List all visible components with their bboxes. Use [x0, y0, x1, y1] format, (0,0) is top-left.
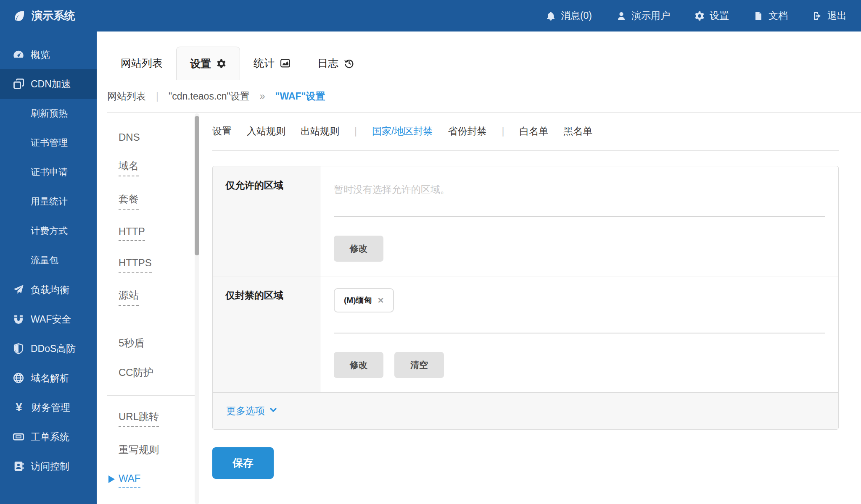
messages-button[interactable]: 消息(0)	[546, 9, 592, 22]
blocked-regions-label: 仅封禁的区域	[213, 276, 320, 392]
settings-button[interactable]: 设置	[695, 9, 729, 22]
blocked-clear-button[interactable]: 清空	[394, 352, 444, 378]
submenu-scrollbar[interactable]	[195, 113, 199, 504]
submenu-item-origin[interactable]: 源站	[119, 289, 198, 306]
chevron-down-icon	[269, 405, 277, 417]
logout-button[interactable]: 退出	[812, 9, 847, 22]
allowed-regions-empty-text: 暂时没有选择允许的区域。	[334, 178, 825, 196]
waf-tab-separator: |	[502, 126, 504, 137]
sidebar-item-access-control[interactable]: 访问控制	[0, 452, 97, 481]
sidebar-item-load-balance[interactable]: 负载均衡	[0, 275, 97, 304]
navbar-menu: 消息(0) 演示用户 设置 文档 退出	[546, 9, 847, 22]
submenu-item-plan[interactable]: 套餐	[119, 192, 198, 210]
submenu-item-5s-shield[interactable]: 5秒盾	[119, 336, 198, 350]
user-menu-button[interactable]: 演示用户	[616, 9, 670, 22]
breadcrumb-separator: »	[260, 91, 265, 102]
area-chart-icon	[280, 58, 291, 68]
breadcrumb-site-settings[interactable]: "cdn.teaos.cn"设置	[169, 90, 250, 103]
submenu-item-dns[interactable]: DNS	[119, 131, 198, 143]
gear-icon	[695, 11, 705, 21]
gear-icon	[217, 59, 226, 68]
sidebar-item-dns[interactable]: 域名解析	[0, 363, 97, 393]
app-brand: 演示系统	[0, 8, 75, 23]
caret-right-icon	[108, 475, 115, 483]
sidebar-item-overview[interactable]: 概览	[0, 40, 97, 69]
magnet-icon	[13, 313, 24, 325]
sidebar-item-traffic-pack[interactable]: 流量包	[0, 246, 97, 275]
sidebar-item-tickets[interactable]: 工单系统	[0, 422, 97, 452]
allowed-regions-label: 仅允许的区域	[213, 166, 320, 276]
brand-label: 演示系统	[32, 8, 75, 23]
submenu-item-url-redirect[interactable]: URL跳转	[119, 410, 198, 427]
breadcrumb: 网站列表 | "cdn.teaos.cn"设置 » "WAF"设置	[107, 80, 861, 113]
blocked-modify-button[interactable]: 修改	[334, 352, 383, 378]
waf-tabbar: 设置 入站规则 出站规则 | 国家/地区封禁 省份封禁 | 白名单 黑名单	[212, 125, 839, 151]
breadcrumb-site-list[interactable]: 网站列表	[107, 90, 146, 103]
breadcrumb-separator: |	[156, 91, 158, 102]
sidebar-item-cert-manage[interactable]: 证书管理	[0, 128, 97, 158]
sidebar-item-billing[interactable]: 计费方式	[0, 216, 97, 246]
ticket-icon	[13, 431, 24, 443]
history-icon	[344, 58, 354, 68]
submenu-item-http[interactable]: HTTP	[119, 226, 198, 241]
waf-panel: 设置 入站规则 出站规则 | 国家/地区封禁 省份封禁 | 白名单 黑名单 仅允…	[212, 125, 839, 479]
submenu-item-domain[interactable]: 域名	[119, 159, 198, 176]
tag-close-icon[interactable]: ×	[378, 295, 383, 305]
more-options-link[interactable]: 更多选项	[226, 404, 277, 417]
settings-submenu: DNS 域名 套餐 HTTP HTTPS 源站 5秒盾 CC防护 URL跳转 重…	[107, 131, 198, 504]
id-card-icon	[13, 460, 24, 472]
docs-button[interactable]: 文档	[753, 9, 788, 22]
blocked-regions-row: 仅封禁的区域 (M)缅甸 × 修改 清空	[213, 276, 838, 393]
waf-tab-settings[interactable]: 设置	[212, 125, 232, 138]
waf-tab-country-block[interactable]: 国家/地区封禁	[372, 125, 433, 138]
tab-settings[interactable]: 设置	[176, 47, 240, 80]
allowed-regions-value: 暂时没有选择允许的区域。 修改	[320, 166, 838, 276]
cdn-clone-icon	[13, 78, 24, 90]
content-area: 网站列表 设置 统计 日志 网站列表 | "cdn.teaos.cn"设置 » …	[97, 32, 861, 504]
submenu-item-https[interactable]: HTTPS	[119, 257, 198, 273]
field-underline	[334, 216, 825, 217]
tab-logs[interactable]: 日志	[304, 46, 368, 80]
sidebar-item-waf[interactable]: WAF安全	[0, 304, 97, 334]
sidebar-item-purge[interactable]: 刷新预热	[0, 99, 97, 128]
breadcrumb-current-waf[interactable]: "WAF"设置	[275, 90, 325, 103]
waf-tab-blacklist[interactable]: 黑名单	[563, 125, 592, 138]
submenu-item-waf[interactable]: WAF	[119, 472, 198, 488]
main-sidebar: 概览 CDN加速 刷新预热 证书管理 证书申请 用量统计 计费方式 流量包 负载…	[0, 32, 97, 504]
leaf-logo-icon	[13, 10, 25, 22]
waf-tab-inbound-rules[interactable]: 入站规则	[247, 125, 285, 138]
paper-plane-icon	[13, 284, 24, 296]
user-icon	[616, 11, 626, 21]
form-footer: 更多选项	[213, 393, 838, 429]
tab-site-list[interactable]: 网站列表	[107, 46, 176, 80]
allowed-modify-button[interactable]: 修改	[334, 236, 383, 262]
submenu-divider	[107, 395, 196, 396]
dashboard-icon	[13, 49, 24, 60]
sidebar-item-usage[interactable]: 用量统计	[0, 187, 97, 216]
waf-tab-outbound-rules[interactable]: 出站规则	[301, 125, 339, 138]
logout-icon	[812, 11, 822, 21]
region-tag-myanmar: (M)缅甸 ×	[334, 288, 394, 312]
submenu-item-cc-protect[interactable]: CC防护	[119, 366, 198, 379]
top-navbar: 演示系统 消息(0) 演示用户 设置 文档	[0, 0, 861, 32]
sidebar-item-cdn[interactable]: CDN加速	[0, 69, 97, 99]
waf-tab-province-block[interactable]: 省份封禁	[448, 125, 486, 138]
bell-icon	[546, 11, 556, 21]
allowed-regions-row: 仅允许的区域 暂时没有选择允许的区域。 修改	[213, 166, 838, 276]
region-block-form: 仅允许的区域 暂时没有选择允许的区域。 修改 仅封禁的区域 (M)缅甸 ×	[212, 166, 839, 430]
submenu-item-rewrite-rules[interactable]: 重写规则	[119, 443, 198, 457]
sidebar-item-ddos[interactable]: DDoS高防	[0, 334, 97, 363]
waf-tab-whitelist[interactable]: 白名单	[519, 125, 548, 138]
shield-icon	[13, 343, 24, 354]
submenu-divider	[107, 322, 196, 322]
tab-statistics[interactable]: 统计	[240, 46, 304, 80]
globe-icon	[13, 372, 24, 384]
waf-tab-separator: |	[354, 126, 357, 137]
scrollbar-thumb[interactable]	[195, 116, 199, 255]
sidebar-item-cert-apply[interactable]: 证书申请	[0, 158, 97, 187]
field-underline	[334, 333, 825, 333]
sidebar-item-finance[interactable]: ¥ 财务管理	[0, 393, 97, 422]
document-icon	[753, 11, 763, 21]
save-button[interactable]: 保存	[212, 447, 274, 479]
blocked-regions-value: (M)缅甸 × 修改 清空	[320, 276, 838, 392]
